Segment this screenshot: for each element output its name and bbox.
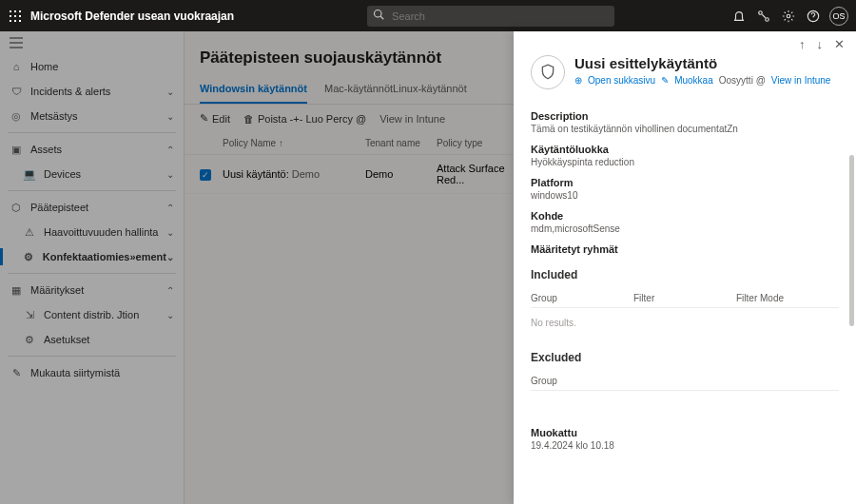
chevron-up-icon: ⌃ — [166, 285, 174, 296]
svg-rect-5 — [19, 15, 21, 17]
target-icon: ◎ — [10, 109, 23, 123]
topbar: Microsoft Defender usean vuokraajan OS — [0, 0, 856, 31]
edit-button[interactable]: ✎Edit — [200, 112, 230, 125]
col-policy-name[interactable]: Policy Name ↑ — [223, 138, 365, 148]
oosyytti-label: Oosyytti @ — [719, 75, 766, 86]
svg-rect-3 — [10, 15, 11, 17]
sidebar-item-customize[interactable]: ✎Mukauta siirtymistä — [0, 360, 184, 385]
pencil-icon: ✎ — [200, 112, 208, 125]
view-in-intune-link[interactable]: View in Intune — [771, 75, 831, 86]
avatar[interactable]: OS — [829, 7, 848, 26]
svg-rect-4 — [14, 15, 16, 17]
col-group: Group — [531, 376, 839, 386]
scrollbar[interactable] — [849, 155, 854, 326]
sidebar: ⌂Home 🛡Incidents & alerts⌄ ◎Metsästys⌄ ▣… — [0, 31, 185, 504]
col-group: Group — [531, 293, 633, 303]
trash-icon: 🗑 — [243, 113, 254, 125]
search-icon — [373, 9, 384, 20]
excluded-table-header: Group — [531, 372, 839, 391]
waffle-icon[interactable] — [8, 9, 23, 24]
chevron-down-icon: ⌄ — [166, 252, 174, 262]
sidebar-item-incidents[interactable]: 🛡Incidents & alerts⌄ — [0, 79, 184, 104]
svg-rect-8 — [19, 20, 21, 22]
chevron-up-icon: ⌃ — [166, 203, 174, 213]
close-icon[interactable]: ✕ — [834, 37, 845, 51]
shield-icon — [531, 55, 565, 89]
content-icon: ⇲ — [23, 308, 36, 321]
svg-rect-6 — [10, 20, 11, 22]
platform-label: Platform — [531, 177, 839, 188]
tab-mac-linux[interactable]: Mac-käytännötLinux-käytännöt — [324, 77, 467, 104]
sidebar-item-label: Asetukset — [44, 334, 89, 345]
sidebar-item-label: Content distrib. Jtion — [44, 309, 139, 320]
view-in-intune-button[interactable]: View in Intune — [379, 113, 445, 125]
sidebar-item-label: Metsästys — [30, 110, 78, 122]
edit-icon: ✎ — [10, 366, 23, 379]
checkbox-icon[interactable]: ✓ — [200, 169, 211, 181]
svg-line-10 — [380, 16, 383, 19]
shield-icon: 🛡 — [10, 85, 23, 98]
included-heading: Included — [531, 268, 839, 281]
target-value: mdm,microsoftSense — [531, 223, 839, 234]
sidebar-item-hunting[interactable]: ◎Metsästys⌄ — [0, 104, 184, 128]
details-panel: ↑ ↓ ✕ Uusi esittelykäytäntö ⊕ Open sukka… — [514, 31, 856, 504]
chevron-down-icon: ⌄ — [166, 169, 174, 180]
app-title: Microsoft Defender usean vuokraajan — [30, 10, 234, 23]
help-icon[interactable] — [801, 4, 826, 29]
sidebar-item-label: Konfektaatiomies»ement — [43, 251, 166, 262]
chevron-up-icon: ⌃ — [166, 145, 174, 155]
sidebar-item-assets[interactable]: ▣Assets⌃ — [0, 137, 184, 162]
sidebar-item-settings-group[interactable]: ▦Määritykset⌃ — [0, 278, 184, 302]
arrow-down-icon[interactable]: ↓ — [817, 37, 824, 51]
category-label: Käytäntöluokka — [531, 144, 839, 155]
svg-rect-7 — [14, 20, 16, 22]
sidebar-item-label: Home — [30, 61, 58, 72]
delete-button[interactable]: 🗑Poista -+- Luo Percy @ — [243, 113, 366, 125]
vuln-icon: ⚠ — [23, 225, 36, 239]
sidebar-item-config[interactable]: ⚙Konfektaatiomies»ement⌄ — [0, 244, 184, 269]
sidebar-item-asetukset[interactable]: ⚙Asetukset — [0, 327, 184, 352]
sidebar-item-label: Devices — [44, 168, 81, 180]
description-value: Tämä on testikäytännön vihollinen docume… — [531, 124, 839, 134]
endpoint-icon: ⬡ — [10, 201, 23, 214]
sidebar-item-label: Assets — [30, 144, 62, 155]
tab-windows[interactable]: Windowsin käytännöt — [200, 77, 307, 104]
open-success-link[interactable]: Open sukkasivu — [588, 75, 655, 86]
included-table-header: Group Filter Filter Mode — [531, 289, 839, 308]
cube-icon: ▣ — [10, 143, 23, 156]
included-empty: No results. — [531, 308, 839, 338]
description-label: Description — [531, 110, 839, 122]
home-icon: ⌂ — [10, 60, 23, 73]
category-value: Hyökkäyspinta reduction — [531, 157, 839, 167]
sidebar-item-devices[interactable]: 💻Devices⌄ — [0, 162, 184, 186]
sidebar-item-home[interactable]: ⌂Home — [0, 54, 184, 79]
excluded-heading: Excluded — [531, 351, 839, 364]
col-tenant[interactable]: Tenant name — [365, 138, 437, 148]
chevron-down-icon: ⌄ — [166, 111, 174, 122]
chevron-down-icon: ⌄ — [166, 87, 174, 97]
sidebar-item-content[interactable]: ⇲Content distrib. Jtion⌄ — [0, 302, 184, 327]
svg-rect-0 — [10, 10, 11, 12]
search-input[interactable] — [367, 6, 614, 27]
modified-label: Muokattu — [531, 427, 839, 438]
arrow-up-icon[interactable]: ↑ — [799, 37, 806, 51]
sidebar-item-label: Päätepisteet — [30, 202, 88, 213]
sidebar-item-endpoints[interactable]: ⬡Päätepisteet⌃ — [0, 195, 184, 220]
notifications-icon[interactable] — [727, 4, 751, 29]
svg-point-11 — [759, 10, 763, 14]
pencil-icon: ✎ — [661, 75, 669, 86]
settings-icon[interactable] — [776, 4, 801, 29]
sidebar-item-vuln[interactable]: ⚠Haavoittuvuuden hallinta⌄ — [0, 220, 184, 244]
svg-point-9 — [375, 10, 382, 17]
connect-icon[interactable] — [751, 4, 776, 29]
edit-link[interactable]: Muokkaa — [674, 75, 713, 86]
col-filter: Filter — [633, 293, 736, 303]
col-filter-mode: Filter Mode — [736, 293, 839, 303]
hamburger-icon[interactable] — [0, 31, 184, 54]
gear-icon: ⚙ — [23, 333, 36, 346]
svg-point-12 — [766, 17, 769, 21]
sidebar-item-label: Haavoittuvuuden hallinta — [44, 226, 158, 238]
panel-title: Uusi esittelykäytäntö — [574, 55, 830, 71]
modified-value: 19.4.2024 klo 10.18 — [531, 440, 839, 451]
svg-point-13 — [787, 14, 790, 18]
